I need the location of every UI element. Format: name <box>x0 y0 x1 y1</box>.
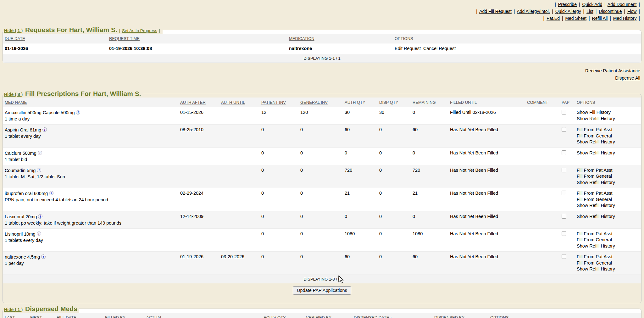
info-icon[interactable]: i <box>49 191 53 195</box>
menu-item-list[interactable]: List <box>586 9 593 14</box>
option-link[interactable]: Fill From General <box>577 260 612 265</box>
info-icon[interactable]: i <box>38 151 42 155</box>
menu-item-add-document[interactable]: Add Document <box>608 2 637 7</box>
info-icon[interactable]: i <box>38 214 42 219</box>
fill-header-auth-after[interactable]: AUTH AFTER <box>178 98 219 107</box>
option-link[interactable]: Show Refill History <box>577 180 615 185</box>
requests-header-request-time-label[interactable]: REQUEST TIME <box>109 36 140 41</box>
fill-header-auth-after-label[interactable]: AUTH AFTER <box>180 100 206 105</box>
option-link[interactable]: Fill From Pat Asst <box>577 127 613 132</box>
med-name: Aspirin Oral 81mg <box>5 127 41 132</box>
pap-checkbox[interactable] <box>562 127 566 132</box>
option-link[interactable]: Fill From General <box>577 133 612 138</box>
option-link[interactable]: Fill From Pat Asst <box>577 191 613 196</box>
fill-header-patient-inv[interactable]: PATIENT INV <box>259 98 298 107</box>
requests-hide-link[interactable]: Hide ( 1 ) <box>4 28 23 33</box>
update-pap-applications-button[interactable]: Update PAP Applications <box>293 286 351 295</box>
menu-item-flow[interactable]: Flow <box>627 9 637 14</box>
fill-header-auth-until[interactable]: AUTH UNTIL <box>219 98 259 107</box>
requests-header-due-date[interactable]: DUE DATE <box>3 34 107 43</box>
info-icon[interactable]: i <box>37 232 41 236</box>
dispensed-header-verified-by[interactable]: VERIFIED BY <box>304 313 352 318</box>
fill-header-med-name[interactable]: MED NAME <box>3 98 178 107</box>
info-icon[interactable]: i <box>41 254 46 259</box>
menu-item-med-sheet[interactable]: Med Sheet <box>565 16 586 21</box>
dispensed-header-dispensed-date[interactable]: DISPENSED DATE↓ <box>352 313 432 318</box>
option-link[interactable]: Show Refill History <box>577 139 615 144</box>
menu-item-med-history[interactable]: Med History <box>613 16 637 21</box>
option-link[interactable]: Show Refill History <box>577 150 615 155</box>
dispensed-header-dispensed-date-label[interactable]: DISPENSED DATE <box>354 315 389 318</box>
pap-checkbox[interactable] <box>562 168 566 172</box>
dispensed-header-verified-by-label[interactable]: VERIFIED BY <box>306 315 331 318</box>
requests-header-medication-label[interactable]: MEDICATION <box>289 36 314 41</box>
option-link[interactable]: Fill From Pat Asst <box>577 231 613 236</box>
cancel-request-link[interactable]: Cancel Request <box>423 46 456 52</box>
requests-header-request-time[interactable]: REQUEST TIME <box>107 34 287 43</box>
pap-checkbox[interactable] <box>562 231 566 236</box>
request-row: 01-19-2026 01-19-2026 10:38:08 naltrexon… <box>3 43 641 54</box>
dispensed-header-first[interactable]: FIRST <box>28 313 55 318</box>
option-link[interactable]: Show Fill History <box>577 110 611 115</box>
options-cell: Show Fill History Show Refill History <box>575 107 641 125</box>
sort-descending-icon[interactable]: ↓ <box>389 315 392 318</box>
dispense-all-link[interactable]: Dispense All <box>0 75 640 82</box>
option-link[interactable]: Fill From Pat Asst <box>577 168 613 173</box>
pap-checkbox[interactable] <box>562 150 566 155</box>
menu-item-discontinue[interactable]: Discontinue <box>599 9 622 14</box>
global-action-links: Receive Patient Assistance Dispense All <box>0 63 644 82</box>
info-icon[interactable]: i <box>37 168 41 172</box>
option-link[interactable]: Show Refill History <box>577 116 615 121</box>
set-as-in-progress-link[interactable]: Set As In Progress <box>122 28 157 33</box>
general-inv-cell: 0 <box>298 188 343 211</box>
menu-item-add-allergy-intol[interactable]: Add Allergy/Intol. <box>517 9 550 14</box>
dispensed-header-filled-by[interactable]: FILLED BY <box>103 313 144 318</box>
med-name: Lasix oral 20mg <box>5 214 37 219</box>
menu-item-pat-ed[interactable]: Pat.Ed <box>547 16 560 21</box>
receive-patient-assistance-link[interactable]: Receive Patient Assistance <box>0 67 640 75</box>
dispensed-header-fill-date-label[interactable]: FILL DATE <box>57 315 76 318</box>
fill-header-general-inv-label[interactable]: GENERAL INV <box>300 100 328 105</box>
fill-hide-link[interactable]: Hide ( 8 ) <box>4 92 23 97</box>
option-link[interactable]: Fill From General <box>577 237 612 242</box>
info-icon[interactable]: i <box>42 127 47 132</box>
option-link[interactable]: Fill From General <box>577 197 612 202</box>
requests-header-due-date-label[interactable]: DUE DATE <box>5 36 25 41</box>
dispensed-header-dispensed-by-label[interactable]: DISPENSED BY <box>434 315 464 318</box>
requests-header-medication[interactable]: MEDICATION <box>287 34 393 43</box>
menu-item-add-fill-request[interactable]: Add Fill Request <box>479 9 512 14</box>
option-link[interactable]: Show Refill History <box>577 214 615 219</box>
dispensed-hide-link[interactable]: Hide ( 1 ) <box>4 307 23 312</box>
fill-header-med-name-label[interactable]: MED NAME <box>5 100 27 105</box>
dispensed-header-last[interactable]: LAST <box>3 313 28 318</box>
dispensed-header-dispensed-by[interactable]: DISPENSED BY <box>432 313 488 318</box>
comment-cell <box>525 228 560 252</box>
dispensed-header-first-label[interactable]: FIRST <box>30 315 42 318</box>
fill-footer: DISPLAYING 1-8 / 8 <box>3 275 641 283</box>
dispensed-header-filled-by-label[interactable]: FILLED BY <box>105 315 125 318</box>
fill-header-auth-until-label[interactable]: AUTH UNTIL <box>221 100 245 105</box>
dispensed-header-equiv-qty[interactable]: EQUIV QTY <box>262 313 304 318</box>
option-link[interactable]: Show Refill History <box>577 203 615 208</box>
info-icon[interactable]: i <box>76 110 80 114</box>
option-link[interactable]: Fill From General <box>577 174 612 179</box>
menu-separator: | <box>595 9 598 14</box>
menu-item-refill-all[interactable]: Refill All <box>592 16 608 21</box>
option-link[interactable]: Fill From Pat Asst <box>577 254 613 259</box>
menu-item-quick-add[interactable]: Quick Add <box>582 2 602 7</box>
pap-checkbox[interactable] <box>562 110 566 114</box>
edit-request-link[interactable]: Edit Request <box>395 46 421 52</box>
pap-checkbox[interactable] <box>562 254 566 259</box>
dispensed-header-equiv-qty-label[interactable]: EQUIV QTY <box>264 315 286 318</box>
dispensed-header-fill-date[interactable]: FILL DATE <box>55 313 103 318</box>
dispensed-header-last-label[interactable]: LAST <box>5 315 15 318</box>
menu-item-prescribe[interactable]: Prescribe <box>558 2 577 7</box>
menu-item-quick-allergy[interactable]: Quick Allergy <box>555 9 581 14</box>
pap-checkbox[interactable] <box>562 191 566 195</box>
option-link[interactable]: Show Refill History <box>577 243 615 248</box>
menu-separator: | <box>513 9 516 14</box>
pap-checkbox[interactable] <box>562 214 566 219</box>
fill-header-general-inv[interactable]: GENERAL INV <box>298 98 343 107</box>
option-link[interactable]: Show Refill History <box>577 266 615 271</box>
fill-header-patient-inv-label[interactable]: PATIENT INV <box>261 100 286 105</box>
